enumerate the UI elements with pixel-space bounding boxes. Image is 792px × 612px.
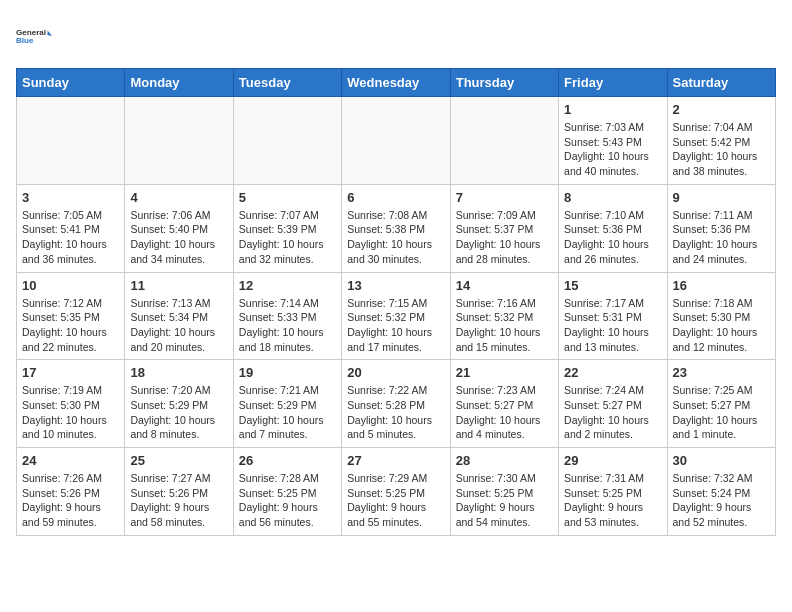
- week-row-4: 17Sunrise: 7:19 AMSunset: 5:30 PMDayligh…: [17, 360, 776, 448]
- day-info: Sunrise: 7:25 AMSunset: 5:27 PMDaylight:…: [673, 383, 770, 442]
- day-cell: 26Sunrise: 7:28 AMSunset: 5:25 PMDayligh…: [233, 448, 341, 536]
- day-info: Sunrise: 7:08 AMSunset: 5:38 PMDaylight:…: [347, 208, 444, 267]
- day-cell: 12Sunrise: 7:14 AMSunset: 5:33 PMDayligh…: [233, 272, 341, 360]
- page-header: General Blue: [16, 16, 776, 56]
- day-cell: 1Sunrise: 7:03 AMSunset: 5:43 PMDaylight…: [559, 97, 667, 185]
- column-header-friday: Friday: [559, 69, 667, 97]
- day-cell: 24Sunrise: 7:26 AMSunset: 5:26 PMDayligh…: [17, 448, 125, 536]
- day-cell: 15Sunrise: 7:17 AMSunset: 5:31 PMDayligh…: [559, 272, 667, 360]
- day-info: Sunrise: 7:19 AMSunset: 5:30 PMDaylight:…: [22, 383, 119, 442]
- column-header-tuesday: Tuesday: [233, 69, 341, 97]
- day-cell: 9Sunrise: 7:11 AMSunset: 5:36 PMDaylight…: [667, 184, 775, 272]
- day-number: 30: [673, 453, 770, 468]
- day-cell: 5Sunrise: 7:07 AMSunset: 5:39 PMDaylight…: [233, 184, 341, 272]
- day-cell: [125, 97, 233, 185]
- day-number: 20: [347, 365, 444, 380]
- week-row-2: 3Sunrise: 7:05 AMSunset: 5:41 PMDaylight…: [17, 184, 776, 272]
- day-info: Sunrise: 7:24 AMSunset: 5:27 PMDaylight:…: [564, 383, 661, 442]
- day-info: Sunrise: 7:15 AMSunset: 5:32 PMDaylight:…: [347, 296, 444, 355]
- day-info: Sunrise: 7:06 AMSunset: 5:40 PMDaylight:…: [130, 208, 227, 267]
- day-cell: 7Sunrise: 7:09 AMSunset: 5:37 PMDaylight…: [450, 184, 558, 272]
- day-number: 27: [347, 453, 444, 468]
- column-header-monday: Monday: [125, 69, 233, 97]
- day-number: 22: [564, 365, 661, 380]
- day-cell: 19Sunrise: 7:21 AMSunset: 5:29 PMDayligh…: [233, 360, 341, 448]
- day-cell: 13Sunrise: 7:15 AMSunset: 5:32 PMDayligh…: [342, 272, 450, 360]
- day-number: 9: [673, 190, 770, 205]
- day-number: 1: [564, 102, 661, 117]
- day-number: 11: [130, 278, 227, 293]
- day-info: Sunrise: 7:31 AMSunset: 5:25 PMDaylight:…: [564, 471, 661, 530]
- day-info: Sunrise: 7:09 AMSunset: 5:37 PMDaylight:…: [456, 208, 553, 267]
- day-cell: 21Sunrise: 7:23 AMSunset: 5:27 PMDayligh…: [450, 360, 558, 448]
- week-row-5: 24Sunrise: 7:26 AMSunset: 5:26 PMDayligh…: [17, 448, 776, 536]
- day-number: 25: [130, 453, 227, 468]
- day-info: Sunrise: 7:12 AMSunset: 5:35 PMDaylight:…: [22, 296, 119, 355]
- day-number: 16: [673, 278, 770, 293]
- week-row-3: 10Sunrise: 7:12 AMSunset: 5:35 PMDayligh…: [17, 272, 776, 360]
- day-number: 28: [456, 453, 553, 468]
- day-cell: 23Sunrise: 7:25 AMSunset: 5:27 PMDayligh…: [667, 360, 775, 448]
- day-info: Sunrise: 7:27 AMSunset: 5:26 PMDaylight:…: [130, 471, 227, 530]
- day-number: 12: [239, 278, 336, 293]
- svg-text:Blue: Blue: [16, 36, 34, 45]
- day-number: 10: [22, 278, 119, 293]
- day-info: Sunrise: 7:23 AMSunset: 5:27 PMDaylight:…: [456, 383, 553, 442]
- day-number: 26: [239, 453, 336, 468]
- day-cell: [450, 97, 558, 185]
- column-header-sunday: Sunday: [17, 69, 125, 97]
- day-cell: 2Sunrise: 7:04 AMSunset: 5:42 PMDaylight…: [667, 97, 775, 185]
- logo-svg: General Blue: [16, 16, 52, 56]
- day-number: 18: [130, 365, 227, 380]
- day-cell: 27Sunrise: 7:29 AMSunset: 5:25 PMDayligh…: [342, 448, 450, 536]
- day-number: 5: [239, 190, 336, 205]
- day-cell: 29Sunrise: 7:31 AMSunset: 5:25 PMDayligh…: [559, 448, 667, 536]
- day-info: Sunrise: 7:05 AMSunset: 5:41 PMDaylight:…: [22, 208, 119, 267]
- svg-text:General: General: [16, 28, 46, 37]
- day-cell: [342, 97, 450, 185]
- logo: General Blue: [16, 16, 52, 56]
- day-info: Sunrise: 7:17 AMSunset: 5:31 PMDaylight:…: [564, 296, 661, 355]
- day-info: Sunrise: 7:13 AMSunset: 5:34 PMDaylight:…: [130, 296, 227, 355]
- day-number: 17: [22, 365, 119, 380]
- week-row-1: 1Sunrise: 7:03 AMSunset: 5:43 PMDaylight…: [17, 97, 776, 185]
- day-number: 29: [564, 453, 661, 468]
- day-info: Sunrise: 7:16 AMSunset: 5:32 PMDaylight:…: [456, 296, 553, 355]
- day-cell: 11Sunrise: 7:13 AMSunset: 5:34 PMDayligh…: [125, 272, 233, 360]
- day-number: 14: [456, 278, 553, 293]
- day-cell: 18Sunrise: 7:20 AMSunset: 5:29 PMDayligh…: [125, 360, 233, 448]
- header-row: SundayMondayTuesdayWednesdayThursdayFrid…: [17, 69, 776, 97]
- column-header-saturday: Saturday: [667, 69, 775, 97]
- day-info: Sunrise: 7:07 AMSunset: 5:39 PMDaylight:…: [239, 208, 336, 267]
- day-number: 21: [456, 365, 553, 380]
- day-info: Sunrise: 7:32 AMSunset: 5:24 PMDaylight:…: [673, 471, 770, 530]
- day-info: Sunrise: 7:29 AMSunset: 5:25 PMDaylight:…: [347, 471, 444, 530]
- day-cell: 3Sunrise: 7:05 AMSunset: 5:41 PMDaylight…: [17, 184, 125, 272]
- day-number: 7: [456, 190, 553, 205]
- day-cell: 16Sunrise: 7:18 AMSunset: 5:30 PMDayligh…: [667, 272, 775, 360]
- day-number: 24: [22, 453, 119, 468]
- day-cell: 10Sunrise: 7:12 AMSunset: 5:35 PMDayligh…: [17, 272, 125, 360]
- day-info: Sunrise: 7:14 AMSunset: 5:33 PMDaylight:…: [239, 296, 336, 355]
- svg-marker-2: [48, 31, 53, 36]
- day-cell: 22Sunrise: 7:24 AMSunset: 5:27 PMDayligh…: [559, 360, 667, 448]
- day-number: 8: [564, 190, 661, 205]
- day-info: Sunrise: 7:28 AMSunset: 5:25 PMDaylight:…: [239, 471, 336, 530]
- day-cell: [17, 97, 125, 185]
- day-cell: 28Sunrise: 7:30 AMSunset: 5:25 PMDayligh…: [450, 448, 558, 536]
- day-cell: 8Sunrise: 7:10 AMSunset: 5:36 PMDaylight…: [559, 184, 667, 272]
- day-info: Sunrise: 7:10 AMSunset: 5:36 PMDaylight:…: [564, 208, 661, 267]
- column-header-wednesday: Wednesday: [342, 69, 450, 97]
- day-info: Sunrise: 7:11 AMSunset: 5:36 PMDaylight:…: [673, 208, 770, 267]
- day-info: Sunrise: 7:21 AMSunset: 5:29 PMDaylight:…: [239, 383, 336, 442]
- day-number: 2: [673, 102, 770, 117]
- day-cell: 30Sunrise: 7:32 AMSunset: 5:24 PMDayligh…: [667, 448, 775, 536]
- day-number: 13: [347, 278, 444, 293]
- day-info: Sunrise: 7:20 AMSunset: 5:29 PMDaylight:…: [130, 383, 227, 442]
- day-number: 23: [673, 365, 770, 380]
- day-cell: 4Sunrise: 7:06 AMSunset: 5:40 PMDaylight…: [125, 184, 233, 272]
- day-cell: 20Sunrise: 7:22 AMSunset: 5:28 PMDayligh…: [342, 360, 450, 448]
- day-number: 3: [22, 190, 119, 205]
- day-cell: 6Sunrise: 7:08 AMSunset: 5:38 PMDaylight…: [342, 184, 450, 272]
- day-info: Sunrise: 7:22 AMSunset: 5:28 PMDaylight:…: [347, 383, 444, 442]
